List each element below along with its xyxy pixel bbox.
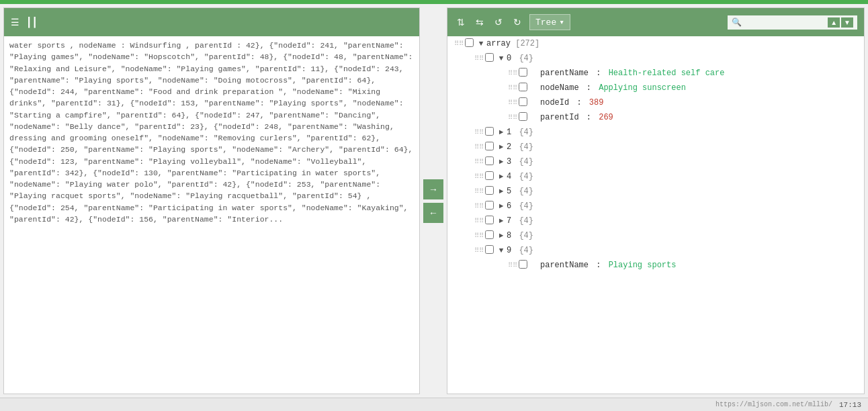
right-content: ⠿⠿ ▼ array [272] ⠿⠿ ▼ 0 {4} ⠿⠿ bbox=[447, 36, 864, 394]
node-1-checkbox[interactable] bbox=[485, 127, 496, 138]
drag-handle: ⠿⠿ bbox=[474, 187, 485, 195]
drag-handle: ⠿⠿ bbox=[508, 69, 519, 77]
node-5-checkbox[interactable] bbox=[485, 186, 496, 197]
node-0-checkbox[interactable] bbox=[485, 53, 496, 64]
arrow-right-icon: → bbox=[429, 184, 438, 195]
drag-handle: ⠿⠿ bbox=[508, 113, 519, 122]
tree-root-row: ⠿⠿ ▼ array [272] bbox=[447, 36, 864, 51]
prop-parentid-row: ⠿⠿ parentId : 269 bbox=[447, 110, 864, 125]
right-toolbar: ⇅ ⇆ ↺ ↻ Tree ▾ 🔍 ▲ ▼ bbox=[447, 8, 864, 36]
arrow-right-button[interactable]: → bbox=[423, 179, 443, 199]
node-9-label: 9 {4} bbox=[507, 246, 533, 255]
undo-icon: ↺ bbox=[494, 17, 503, 28]
node-0-expand[interactable]: ▼ bbox=[496, 54, 507, 62]
node-9-expand[interactable]: ▼ bbox=[496, 246, 507, 255]
node-2-label: 2 {4} bbox=[507, 142, 533, 152]
drag-handle: ⠿⠿ bbox=[474, 54, 485, 62]
root-expand-icon[interactable]: ▼ bbox=[476, 40, 486, 48]
search-arrows: ▲ ▼ bbox=[828, 17, 853, 28]
prop-nodename-label: nodeName : Applying sunscreen bbox=[540, 83, 686, 93]
node-1-row: ⠿⠿ ► 1 {4} bbox=[447, 125, 864, 140]
node-7-row: ⠿⠿ ► 7 {4} bbox=[447, 214, 864, 228]
node-0-label: 0 {4} bbox=[507, 54, 533, 63]
node-4-row: ⠿⠿ ► 4 {4} bbox=[447, 169, 864, 184]
drag-handle: ⠿⠿ bbox=[474, 232, 485, 240]
prop-parentname-checkbox[interactable] bbox=[519, 68, 529, 79]
node-6-expand[interactable]: ► bbox=[496, 202, 507, 210]
prop-parentid-checkbox[interactable] bbox=[519, 112, 529, 124]
array-label: array bbox=[486, 39, 511, 48]
node-3-label: 3 {4} bbox=[507, 157, 533, 167]
prop-parentname-label: parentName : Health-related self care bbox=[540, 68, 724, 78]
left-toolbar: ☰ ┃┃ bbox=[4, 8, 419, 36]
time-text: 17:13 bbox=[839, 401, 861, 409]
node-9-checkbox[interactable] bbox=[485, 245, 496, 257]
left-panel: ☰ ┃┃ water sports , nodeName : Windsurfi… bbox=[3, 7, 420, 394]
prop-nodename-row: ⠿⠿ nodeName : Applying sunscreen bbox=[447, 81, 864, 95]
node-2-checkbox[interactable] bbox=[485, 142, 496, 153]
json-content: water sports , nodeName : Windsurfing , … bbox=[9, 40, 414, 225]
node-7-expand[interactable]: ► bbox=[496, 217, 507, 225]
menu-icon[interactable]: ┃┃ bbox=[26, 17, 38, 28]
node-3-row: ⠿⠿ ► 3 {4} bbox=[447, 154, 864, 169]
sort-asc-button[interactable]: ⇅ bbox=[454, 15, 468, 29]
node-5-expand[interactable]: ► bbox=[496, 187, 507, 195]
node-5-label: 5 {4} bbox=[507, 187, 533, 196]
node-8-row: ⠿⠿ ► 8 {4} bbox=[447, 228, 864, 243]
prop-nodeid-row: ⠿⠿ nodeId : 389 bbox=[447, 95, 864, 110]
search-down-button[interactable]: ▼ bbox=[841, 17, 853, 28]
array-count: [272] bbox=[515, 39, 539, 48]
node-9-row: ⠿⠿ ▼ 9 {4} bbox=[447, 243, 864, 258]
drag-handle: ⠿⠿ bbox=[454, 40, 465, 48]
prop-nodeid-checkbox[interactable] bbox=[519, 97, 529, 109]
drag-handle: ⠿⠿ bbox=[474, 202, 485, 210]
node-0-row: ⠿⠿ ▼ 0 {4} bbox=[447, 51, 864, 66]
drag-handle: ⠿⠿ bbox=[474, 143, 485, 151]
right-panel: ⇅ ⇆ ↺ ↻ Tree ▾ 🔍 ▲ ▼ bbox=[447, 7, 865, 394]
node-1-label: 1 {4} bbox=[507, 128, 533, 137]
drag-handle: ⠿⠿ bbox=[508, 84, 519, 92]
main-container: ☰ ┃┃ water sports , nodeName : Windsurfi… bbox=[0, 4, 868, 398]
node-6-checkbox[interactable] bbox=[485, 201, 496, 212]
tree-label: Tree bbox=[535, 17, 556, 28]
url-text: https://mljson.com.net/mllib/ bbox=[715, 401, 832, 408]
search-icon: 🔍 bbox=[732, 17, 742, 28]
sort-desc-button[interactable]: ⇆ bbox=[473, 15, 486, 29]
node-7-checkbox[interactable] bbox=[485, 216, 496, 227]
redo-button[interactable]: ↻ bbox=[511, 15, 524, 29]
node-8-expand[interactable]: ► bbox=[496, 232, 507, 240]
node-2-expand[interactable]: ► bbox=[496, 143, 507, 151]
node-4-expand[interactable]: ► bbox=[496, 173, 507, 181]
prop-nodename-checkbox[interactable] bbox=[519, 83, 529, 94]
drag-handle: ⠿⠿ bbox=[474, 217, 485, 225]
root-label: array [272] bbox=[486, 39, 539, 48]
drag-handle: ⠿⠿ bbox=[474, 173, 485, 181]
search-input[interactable] bbox=[744, 17, 825, 27]
arrow-left-icon: ← bbox=[429, 208, 438, 218]
prop-9-parentname-row: ⠿⠿ parentName : Playing sports bbox=[447, 258, 864, 273]
node-3-checkbox[interactable] bbox=[485, 156, 496, 168]
node-4-label: 4 {4} bbox=[507, 172, 533, 181]
drag-handle: ⠿⠿ bbox=[508, 99, 519, 107]
prop-parentid-label: parentId : 269 bbox=[540, 113, 613, 122]
drag-handle: ⠿⠿ bbox=[474, 158, 485, 166]
drag-handle: ⠿⠿ bbox=[474, 128, 485, 136]
node-4-checkbox[interactable] bbox=[485, 171, 496, 183]
search-up-button[interactable]: ▲ bbox=[828, 17, 840, 28]
prop-nodeid-label: nodeId : 389 bbox=[540, 98, 603, 107]
node-8-checkbox[interactable] bbox=[485, 230, 496, 242]
node-1-expand[interactable]: ► bbox=[496, 128, 507, 136]
node-3-expand[interactable]: ► bbox=[496, 158, 507, 166]
dropdown-icon: ▾ bbox=[559, 17, 564, 28]
node-6-label: 6 {4} bbox=[507, 201, 533, 211]
middle-buttons: → ← bbox=[420, 4, 447, 398]
hamburger-icon[interactable]: ☰ bbox=[11, 17, 19, 28]
undo-button[interactable]: ↺ bbox=[492, 15, 505, 29]
node-8-label: 8 {4} bbox=[507, 231, 533, 240]
node-5-row: ⠿⠿ ► 5 {4} bbox=[447, 184, 864, 199]
prop-9-parentname-checkbox[interactable] bbox=[519, 260, 529, 271]
arrow-left-button[interactable]: ← bbox=[423, 203, 443, 223]
node-6-row: ⠿⠿ ► 6 {4} bbox=[447, 199, 864, 214]
root-checkbox[interactable] bbox=[465, 38, 476, 50]
tree-dropdown[interactable]: Tree ▾ bbox=[529, 14, 570, 30]
